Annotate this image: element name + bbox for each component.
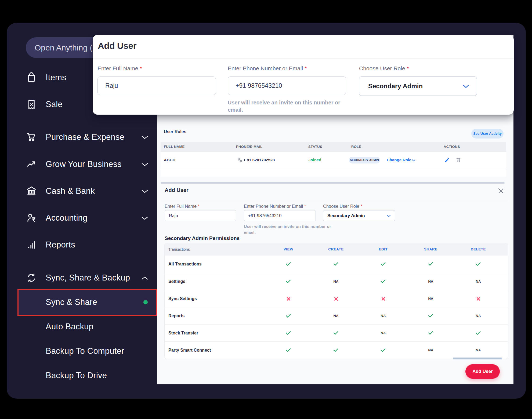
permission-cell <box>285 296 292 302</box>
chevron-down-icon <box>387 215 391 217</box>
sidebar-item-label: Backup To Drive <box>46 368 107 383</box>
chevron-down-icon <box>141 162 149 167</box>
permission-row-label: Sync Settings <box>168 290 197 307</box>
permission-cell <box>428 347 434 354</box>
phone-email-input[interactable] <box>228 76 346 95</box>
table-row: ABCD + 91 6201792528 Joined SECONDARY AD… <box>161 152 506 168</box>
sidebar-item-label: Backup To Computer <box>46 344 124 359</box>
sidebar-item-label: Grow Your Business <box>46 157 122 172</box>
horizontal-scrollbar-thumb[interactable] <box>453 358 502 359</box>
sync-icon <box>25 271 38 284</box>
permission-row: Stock Transfer <box>165 324 508 341</box>
row-divider <box>161 168 506 168</box>
selected-role: Secondary Admin <box>327 210 365 221</box>
horizontal-scrollbar[interactable] <box>161 182 505 184</box>
sidebar-item-label: Sale <box>46 97 63 112</box>
chevron-down-icon <box>141 189 149 194</box>
permission-cell <box>475 278 482 285</box>
permissions-table-header: Transactions VIEW CREATE EDIT SHARE DELE… <box>165 243 508 256</box>
permission-cell <box>380 296 386 302</box>
column-status: STATUS <box>308 142 322 152</box>
chevron-down-icon <box>412 159 415 162</box>
user-roles-table-header: FULL NAME PHONE/E-MAIL STATUS ROLE ACTIO… <box>161 142 506 152</box>
sidebar-item-reports[interactable]: Reports <box>17 237 157 252</box>
permission-cell <box>333 278 339 285</box>
permission-cell <box>380 313 386 319</box>
phone-icon <box>237 158 242 162</box>
column-role: ROLE <box>351 142 361 152</box>
permission-cell <box>475 330 482 336</box>
permission-cell <box>285 278 292 285</box>
online-status-dot <box>143 300 148 304</box>
column-full-name: FULL NAME <box>164 142 185 152</box>
column-transactions: Transactions <box>168 243 190 256</box>
sidebar-item-sync-share-backup[interactable]: Sync, Share & Backup <box>17 270 157 285</box>
full-name-label: Enter Full Name * <box>165 204 200 209</box>
sidebar-item-backup-to-drive[interactable]: Backup To Drive <box>17 368 157 383</box>
sidebar-item-cash-bank[interactable]: Cash & Bank <box>17 184 157 199</box>
delete-trash-icon[interactable] <box>456 157 461 163</box>
trending-up-icon <box>25 158 38 171</box>
permission-cell <box>285 261 292 267</box>
permission-cell <box>380 261 386 267</box>
permission-row: Reports <box>165 307 508 324</box>
full-name-input[interactable] <box>165 210 236 221</box>
sidebar-item-label: Accounting <box>46 210 87 225</box>
sidebar-item-label: Reports <box>46 237 75 252</box>
sidebar-item-auto-backup[interactable]: Auto Backup <box>17 319 157 334</box>
user-role-select[interactable]: Secondary Admin <box>323 210 395 221</box>
chevron-up-icon <box>141 276 149 280</box>
sidebar-item-accounting[interactable]: Accounting <box>17 210 157 225</box>
permission-cell <box>285 330 292 336</box>
permission-cell <box>428 261 434 267</box>
sidebar-item-purchase-expense[interactable]: Purchase & Expense <box>17 130 157 145</box>
required-asterisk: * <box>304 204 306 209</box>
required-asterisk: * <box>198 204 200 209</box>
phone-email-input[interactable] <box>244 210 316 221</box>
phone-email-label: Enter Phone Number or Email * <box>228 65 307 72</box>
full-name-input[interactable] <box>97 76 216 95</box>
permission-row: Settings <box>165 273 508 290</box>
permission-row-label: Party Smart Connect <box>168 342 211 359</box>
column-create: CREATE <box>317 243 355 256</box>
permission-cell <box>475 296 482 302</box>
required-asterisk: * <box>360 204 362 209</box>
required-asterisk: * <box>140 65 142 71</box>
sidebar-item-label: Purchase & Expense <box>46 130 124 145</box>
chevron-down-icon <box>141 216 149 220</box>
sidebar-item-grow-your-business[interactable]: Grow Your Business <box>17 157 157 172</box>
close-icon[interactable] <box>498 188 504 194</box>
edit-pencil-icon[interactable] <box>444 158 450 163</box>
permission-row-label: Stock Transfer <box>168 325 198 341</box>
permission-cell <box>475 347 482 354</box>
permission-cell <box>333 296 339 302</box>
required-asterisk: * <box>305 65 307 71</box>
permissions-table: Transactions VIEW CREATE EDIT SHARE DELE… <box>164 243 508 359</box>
sidebar-item-label: Sync, Share & Backup <box>46 270 130 285</box>
change-role-link[interactable]: Change Role <box>387 152 411 168</box>
bank-icon <box>25 185 38 198</box>
chevron-down-icon <box>463 85 469 88</box>
permission-cell <box>428 313 434 319</box>
sidebar-item-label: Sync & Share <box>46 295 97 310</box>
column-share: SHARE <box>412 243 450 256</box>
permission-cell <box>333 330 339 336</box>
role-badge: SECONDARY ADMIN <box>349 157 380 163</box>
user-phone: + 91 6201792528 <box>243 152 275 168</box>
screenshot-stage: Open Anything (C Items Sale Purchase & E… <box>0 0 532 419</box>
permission-cell <box>333 313 339 319</box>
see-user-activity-button[interactable]: See User Activity <box>471 129 504 139</box>
user-role-select[interactable]: Secondary Admin <box>359 76 477 96</box>
permission-row: Sync Settings <box>165 290 508 307</box>
add-user-button[interactable]: Add User <box>465 364 500 379</box>
permission-cell <box>285 347 292 354</box>
sale-receipt-icon <box>25 98 38 111</box>
sidebar-item-label: Items <box>46 70 66 85</box>
chevron-down-icon <box>141 135 149 140</box>
phone-email-label: Enter Phone Number or Email * <box>244 204 306 209</box>
section-divider <box>161 200 508 200</box>
permission-cell <box>475 261 482 267</box>
sidebar-item-sync-share[interactable]: Sync & Share <box>17 295 157 310</box>
permission-row-label: Reports <box>168 307 184 324</box>
sidebar-item-backup-to-computer[interactable]: Backup To Computer <box>17 344 157 359</box>
